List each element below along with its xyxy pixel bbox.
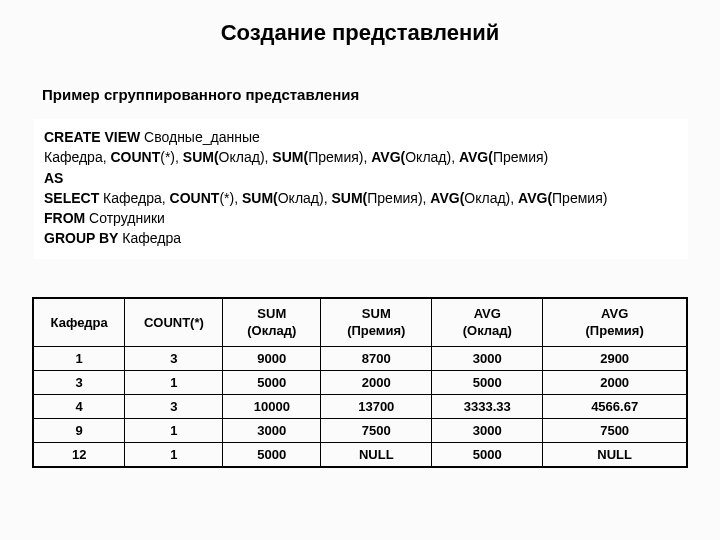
code-text: Оклад),	[219, 149, 273, 165]
table-cell: 2900	[543, 346, 687, 370]
code-line: Кафедра, COUNT(*), SUM(Оклад), SUM(Преми…	[44, 147, 678, 167]
keyword: AVG(	[430, 190, 464, 206]
col-header: SUM (Премия)	[321, 298, 432, 346]
code-text: (*),	[219, 190, 242, 206]
code-line: SELECT Кафедра, COUNT(*), SUM(Оклад), SU…	[44, 188, 678, 208]
table-cell: 2000	[321, 370, 432, 394]
table-cell: 3000	[432, 418, 543, 442]
table-cell: 9000	[223, 346, 321, 370]
keyword: AVG(	[459, 149, 493, 165]
table-cell: 5000	[432, 370, 543, 394]
table-cell: 2000	[543, 370, 687, 394]
table-cell: 7500	[321, 418, 432, 442]
col-header: Кафедра	[34, 298, 125, 346]
table-cell: 1	[125, 442, 223, 466]
keyword: SUM(	[272, 149, 308, 165]
code-text: Кафедра,	[99, 190, 169, 206]
table-cell: 1	[125, 370, 223, 394]
code-text: Оклад),	[405, 149, 459, 165]
table-row: 1215000NULL5000NULL	[34, 442, 687, 466]
table-head: Кафедра COUNT(*) SUM (Оклад) SUM (Премия…	[34, 298, 687, 346]
code-text: Сотрудники	[85, 210, 165, 226]
keyword: AS	[44, 170, 63, 186]
col-header: SUM (Оклад)	[223, 298, 321, 346]
table-cell: 5000	[432, 442, 543, 466]
table-cell: 12	[34, 442, 125, 466]
col-header-line: SUM	[325, 305, 427, 323]
code-text: Премия)	[552, 190, 607, 206]
table-row: 913000750030007500	[34, 418, 687, 442]
keyword: SUM(	[331, 190, 367, 206]
table-cell: 4	[34, 394, 125, 418]
col-header-line: (Премия)	[325, 322, 427, 340]
table-cell: 3	[34, 370, 125, 394]
code-text: Сводные_данные	[140, 129, 260, 145]
code-text: Оклад),	[464, 190, 518, 206]
col-header-line: (Оклад)	[227, 322, 316, 340]
col-header: AVG (Оклад)	[432, 298, 543, 346]
col-header-line: AVG	[436, 305, 538, 323]
code-text: Премия),	[367, 190, 430, 206]
table-cell: 3000	[223, 418, 321, 442]
keyword: CREATE VIEW	[44, 129, 140, 145]
table-cell: 10000	[223, 394, 321, 418]
code-text: Премия),	[308, 149, 371, 165]
keyword: GROUP BY	[44, 230, 118, 246]
col-header-line: SUM	[227, 305, 316, 323]
table-cell: NULL	[543, 442, 687, 466]
slide: Создание представлений Пример сгруппиров…	[0, 0, 720, 540]
table-row: 139000870030002900	[34, 346, 687, 370]
table-cell: 7500	[543, 418, 687, 442]
table-row: 315000200050002000	[34, 370, 687, 394]
result-table-wrap: Кафедра COUNT(*) SUM (Оклад) SUM (Премия…	[32, 297, 688, 468]
result-table: Кафедра COUNT(*) SUM (Оклад) SUM (Премия…	[33, 298, 687, 467]
table-cell: 3333.33	[432, 394, 543, 418]
code-text: (*),	[160, 149, 183, 165]
table-body: 1390008700300029003150002000500020004310…	[34, 346, 687, 466]
col-header: COUNT(*)	[125, 298, 223, 346]
code-text: Премия)	[493, 149, 548, 165]
table-cell: 8700	[321, 346, 432, 370]
table-cell: 4566.67	[543, 394, 687, 418]
table-cell: 3	[125, 346, 223, 370]
keyword: SELECT	[44, 190, 99, 206]
table-cell: 5000	[223, 370, 321, 394]
code-line: FROM Сотрудники	[44, 208, 678, 228]
table-cell: NULL	[321, 442, 432, 466]
table-cell: 1	[34, 346, 125, 370]
col-header-line: (Оклад)	[436, 322, 538, 340]
code-text: Кафедра	[118, 230, 181, 246]
code-line: AS	[44, 168, 678, 188]
col-header-line: AVG	[547, 305, 682, 323]
table-header-row: Кафедра COUNT(*) SUM (Оклад) SUM (Премия…	[34, 298, 687, 346]
sql-code-block: CREATE VIEW Сводные_данные Кафедра, COUN…	[34, 119, 688, 259]
keyword: SUM(	[183, 149, 219, 165]
keyword: COUNT	[170, 190, 220, 206]
code-line: CREATE VIEW Сводные_данные	[44, 127, 678, 147]
keyword: COUNT	[110, 149, 160, 165]
code-text: Оклад),	[278, 190, 332, 206]
table-cell: 9	[34, 418, 125, 442]
page-title: Создание представлений	[32, 20, 688, 46]
keyword: AVG(	[371, 149, 405, 165]
keyword: SUM(	[242, 190, 278, 206]
table-row: 4310000137003333.334566.67	[34, 394, 687, 418]
section-subtitle: Пример сгруппированного представления	[42, 86, 688, 103]
code-text: Кафедра,	[44, 149, 110, 165]
table-cell: 13700	[321, 394, 432, 418]
code-line: GROUP BY Кафедра	[44, 228, 678, 248]
table-cell: 1	[125, 418, 223, 442]
keyword: FROM	[44, 210, 85, 226]
table-cell: 3	[125, 394, 223, 418]
col-header-line: (Премия)	[547, 322, 682, 340]
table-cell: 5000	[223, 442, 321, 466]
keyword: AVG(	[518, 190, 552, 206]
col-header: AVG (Премия)	[543, 298, 687, 346]
table-cell: 3000	[432, 346, 543, 370]
